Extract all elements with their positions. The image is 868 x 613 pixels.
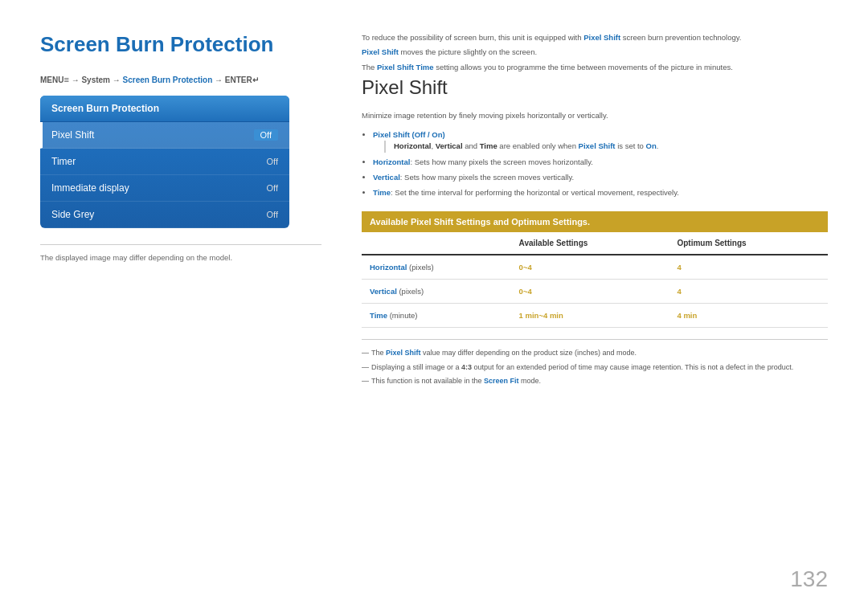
page-title: Screen Burn Protection — [40, 32, 321, 57]
menu-item-side-grey-value: Off — [267, 210, 278, 219]
page-number: 132 — [790, 566, 828, 592]
col-header-setting — [362, 232, 511, 255]
bullet-vertical-label: Vertical — [373, 173, 400, 182]
menu-item-immediate-display-label: Immediate display — [51, 182, 129, 194]
menu-item-side-grey-label: Side Grey — [51, 209, 94, 220]
menu-icon: MENU≡ — [40, 76, 69, 84]
table-cell-time-available: 1 min~4 min — [511, 304, 669, 328]
bullet-time: Time: Set the time interval for performi… — [373, 187, 828, 198]
bullet-pixel-shift-label: Pixel Shift (Off / On) — [373, 130, 445, 139]
menu-path-middle: → System → — [72, 76, 123, 84]
table-row-horizontal: Horizontal (pixels) 0~4 4 — [362, 255, 828, 280]
minimize-text: Minimize image retention by finely movin… — [362, 110, 828, 121]
sub-bullet-horizontal-vertical: Horizontal, Vertical and Time are enable… — [394, 141, 828, 152]
bottom-note-1: The Pixel Shift value may differ dependi… — [362, 348, 828, 358]
left-footnote-section: The displayed image may differ depending… — [40, 244, 321, 262]
menu-item-immediate-display-value: Off — [267, 183, 278, 193]
menu-item-timer[interactable]: Timer Off — [40, 149, 289, 175]
table-header-row: Available Settings Optimum Settings — [362, 232, 828, 255]
pixel-shift-ref-2: Pixel Shift — [362, 47, 399, 56]
table-cell-horizontal-available: 0~4 — [511, 255, 669, 280]
bottom-notes: The Pixel Shift value may differ dependi… — [362, 339, 828, 386]
table-cell-horizontal-optimum: 4 — [669, 255, 828, 280]
menu-item-pixel-shift-label: Pixel Shift — [51, 129, 94, 141]
sub-horizontal: Horizontal — [394, 141, 431, 150]
menu-item-pixel-shift[interactable]: Pixel Shift Off — [40, 122, 289, 149]
pixel-shift-ref-1: Pixel Shift — [583, 33, 620, 42]
bullet-vertical: Vertical: Sets how many pixels the scree… — [373, 172, 828, 183]
sub-time: Time — [480, 141, 497, 150]
table-header-band: Available Pixel Shift Settings and Optim… — [362, 211, 828, 232]
bullet-horizontal: Horizontal: Sets how many pixels the scr… — [373, 157, 828, 168]
menu-path-highlight: Screen Burn Protection — [123, 76, 213, 84]
pixel-shift-time-ref: Pixel Shift Time — [377, 63, 434, 72]
intro-line-2: Pixel Shift moves the picture slightly o… — [362, 47, 828, 58]
right-column: To reduce the possibility of screen burn… — [346, 32, 828, 581]
pixel-shift-bullets: Pixel Shift (Off / On) Horizontal, Verti… — [373, 129, 828, 198]
table-row-time: Time (minute) 1 min~4 min 4 min — [362, 304, 828, 328]
col-header-available: Available Settings — [511, 232, 669, 255]
menu-item-pixel-shift-value: Off — [254, 129, 278, 141]
settings-table: Available Settings Optimum Settings Hori… — [362, 232, 828, 328]
col-header-optimum: Optimum Settings — [669, 232, 828, 255]
menu-item-immediate-display[interactable]: Immediate display Off — [40, 175, 289, 202]
section-title: Pixel Shift — [362, 76, 828, 99]
ui-menu-box: Screen Burn Protection Pixel Shift Off T… — [40, 96, 289, 228]
sub-pixel-shift-ref: Pixel Shift — [579, 141, 616, 150]
table-cell-vertical-label: Vertical (pixels) — [362, 280, 511, 304]
bottom-note-2: Displaying a still image or a 4:3 output… — [362, 362, 828, 373]
table-cell-vertical-optimum: 4 — [669, 280, 828, 304]
table-cell-time-label: Time (minute) — [362, 304, 511, 328]
bottom-note-3: This function is not available in the Sc… — [362, 376, 828, 386]
table-cell-horizontal-label: Horizontal (pixels) — [362, 255, 511, 280]
sub-on-ref: On — [646, 141, 657, 150]
left-footnote: The displayed image may differ depending… — [40, 253, 321, 262]
menu-item-timer-label: Timer — [51, 156, 76, 167]
left-column: Screen Burn Protection MENU≡ → System → … — [40, 32, 346, 581]
menu-item-side-grey[interactable]: Side Grey Off — [40, 202, 289, 228]
table-row-vertical: Vertical (pixels) 0~4 4 — [362, 280, 828, 304]
page-container: Screen Burn Protection MENU≡ → System → … — [0, 0, 868, 613]
menu-path: MENU≡ → System → Screen Burn Protection … — [40, 75, 321, 84]
menu-item-timer-value: Off — [267, 157, 278, 166]
intro-line-1: To reduce the possibility of screen burn… — [362, 32, 828, 43]
intro-line-3: The Pixel Shift Time setting allows you … — [362, 62, 828, 73]
menu-path-suffix: → ENTER↵ — [215, 76, 259, 84]
bullet-horizontal-label: Horizontal — [373, 157, 410, 166]
table-header-text: Available Pixel Shift Settings and Optim… — [370, 217, 590, 227]
sub-bullet-list: Horizontal, Vertical and Time are enable… — [384, 141, 828, 152]
bullet-pixel-shift-off-on: Pixel Shift (Off / On) Horizontal, Verti… — [373, 129, 828, 153]
bullet-time-label: Time — [373, 188, 391, 197]
table-cell-vertical-available: 0~4 — [511, 280, 669, 304]
sub-vertical: Vertical — [436, 141, 463, 150]
ui-box-title: Screen Burn Protection — [40, 96, 289, 122]
table-cell-time-optimum: 4 min — [669, 304, 828, 328]
